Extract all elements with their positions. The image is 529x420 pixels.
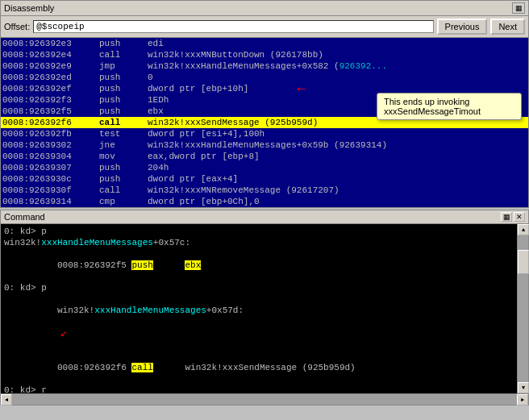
disassembly-icon[interactable]: ▦ (512, 2, 525, 14)
scroll-track[interactable] (518, 235, 528, 382)
asm-line: 0008:926392e3 push edi (1, 38, 528, 49)
asm-line: 0008:926392e9 jmp win32k!xxxHandleMenuMe… (1, 60, 528, 72)
address-bar: Offset: Previous Next (1, 16, 528, 38)
previous-button[interactable]: Previous (437, 19, 488, 35)
asm-line: 0008:9263930c push dword ptr [eax+4] (1, 173, 528, 185)
asm-line: 0008:926392e4 call win32k!xxxMNButtonDow… (1, 49, 528, 60)
cmd-line: 0008:926392f6 call win32k!xxxSendMessage… (4, 351, 515, 385)
asm-line: 0008:9263930f call win32k!xxxMNRemoveMes… (1, 185, 528, 196)
red-arrow-cmd: ↙ (60, 326, 67, 339)
offset-label: Offset: (4, 22, 30, 31)
cmd-line: 0: kd> r (4, 385, 515, 393)
disassembly-panel: Disassembly ▦ Offset: Previous Next 0008… (0, 0, 529, 208)
cmd-line: 0: kd> p (4, 226, 515, 237)
scroll-down-btn[interactable]: ▼ (518, 382, 529, 393)
tooltip-text: This ends up invoking xxxSendMessageTimo… (384, 97, 481, 116)
scroll-h-track[interactable] (12, 394, 517, 405)
asm-line: 0008:92639314 cmp dword ptr [ebp+0Ch],0 (1, 196, 528, 207)
next-button[interactable]: Next (490, 19, 525, 35)
cmd-line: 0008:926392f5 push ebx (4, 248, 515, 282)
horizontal-scrollbar[interactable]: ◄ ► (1, 393, 528, 405)
scroll-up-btn[interactable]: ▲ (518, 224, 529, 235)
scroll-right-btn[interactable]: ► (517, 394, 528, 405)
command-titlebar: Command ▦ ✕ (1, 210, 528, 224)
asm-line: 0008:92639307 push 204h (1, 162, 528, 173)
command-close-btn[interactable]: ✕ (514, 212, 525, 222)
command-panel: Command ▦ ✕ 0: kd> p win32k!xxxHandleMen… (0, 210, 529, 405)
red-arrow-indicator: ← (297, 83, 306, 94)
asm-line: 0008:92639304 mov eax,dword ptr [ebp+8] (1, 151, 528, 162)
cmd-line: 0: kd> p (4, 282, 515, 293)
asm-line: 0008:92639302 jne win32k!xxxHandleMenuMe… (1, 139, 528, 151)
asm-line: 0008:926392fb test dword ptr [esi+4],100… (1, 128, 528, 139)
address-input[interactable] (33, 20, 433, 33)
cmd-line: win32k!xxxHandleMenuMessages+0x57c: (4, 237, 515, 248)
tooltip-bubble: This ends up invoking xxxSendMessageTimo… (377, 93, 522, 120)
asm-line: 0008:926392ed push 0 (1, 72, 528, 83)
command-icon-btn[interactable]: ▦ (501, 212, 512, 222)
command-content: 0: kd> p win32k!xxxHandleMenuMessages+0x… (1, 224, 528, 393)
vertical-scrollbar[interactable]: ▲ ▼ (517, 224, 528, 393)
scroll-thumb[interactable] (518, 250, 529, 274)
command-title: Command (4, 212, 45, 222)
cmd-line: win32k!xxxHandleMenuMessages+0x57d: ↙ (4, 293, 515, 351)
disassembly-content: 0008:926392e3 push edi 0008:926392e4 cal… (1, 38, 528, 207)
scroll-left-btn[interactable]: ◄ (1, 394, 12, 405)
disassembly-titlebar: Disassembly ▦ (1, 1, 528, 16)
disassembly-title: Disassembly (4, 3, 54, 13)
command-titlebar-buttons: ▦ ✕ (501, 212, 525, 222)
